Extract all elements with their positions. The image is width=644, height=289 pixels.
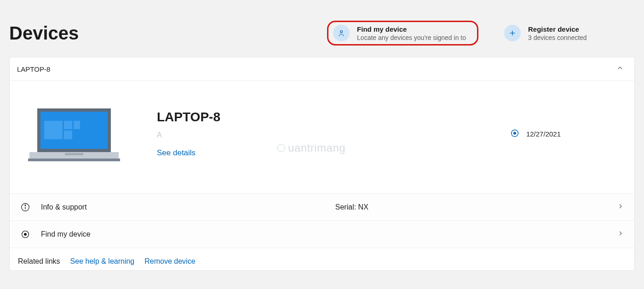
info-support-label: Info & support <box>41 203 87 211</box>
plus-icon <box>504 25 521 41</box>
svg-point-16 <box>25 205 26 206</box>
svg-point-0 <box>340 31 343 33</box>
device-name: LAPTOP-8 <box>157 110 473 125</box>
related-links-footer: Related links See help & learning Remove… <box>10 248 634 270</box>
svg-point-18 <box>24 233 27 236</box>
info-icon <box>20 202 31 212</box>
svg-rect-8 <box>74 121 80 129</box>
serial-number: Serial: NX <box>87 203 617 211</box>
laptop-icon <box>28 106 120 161</box>
svg-rect-6 <box>64 121 72 129</box>
svg-rect-11 <box>65 153 83 155</box>
chevron-right-icon <box>617 230 624 239</box>
chevron-up-icon <box>616 64 624 74</box>
info-support-row[interactable]: Info & support Serial: NX <box>10 193 634 221</box>
location-pin-icon <box>510 127 520 140</box>
device-card: LAPTOP-8 <box>9 57 635 271</box>
register-device-subtitle: 3 devices connected <box>528 34 587 41</box>
svg-point-13 <box>514 132 516 135</box>
svg-rect-5 <box>44 121 63 139</box>
device-subtitle: A <box>157 131 473 139</box>
register-device-action[interactable]: Register device 3 devices connected <box>497 22 635 44</box>
device-card-header-label: LAPTOP-8 <box>17 65 50 73</box>
register-device-title: Register device <box>528 25 587 33</box>
location-target-icon <box>20 229 31 239</box>
find-my-device-title: Find my device <box>357 25 466 33</box>
find-location-icon <box>333 25 350 41</box>
find-my-device-action[interactable]: Find my device Locate any devices you're… <box>327 21 478 45</box>
remove-device-link[interactable]: Remove device <box>144 257 195 266</box>
find-my-device-subtitle: Locate any devices you're signed in to <box>357 34 466 41</box>
location-date: 12/27/2021 <box>526 130 561 138</box>
device-card-header[interactable]: LAPTOP-8 <box>10 57 634 81</box>
device-location: 12/27/2021 <box>510 127 561 140</box>
find-my-device-row[interactable]: Find my device <box>10 221 634 248</box>
svg-rect-7 <box>64 130 72 139</box>
see-details-link[interactable]: See details <box>157 148 473 158</box>
svg-rect-10 <box>28 159 120 161</box>
find-my-device-row-label: Find my device <box>41 230 91 238</box>
chevron-right-icon <box>617 203 624 212</box>
related-links-label: Related links <box>18 257 60 266</box>
help-learning-link[interactable]: See help & learning <box>70 257 135 266</box>
page-title: Devices <box>9 23 79 44</box>
